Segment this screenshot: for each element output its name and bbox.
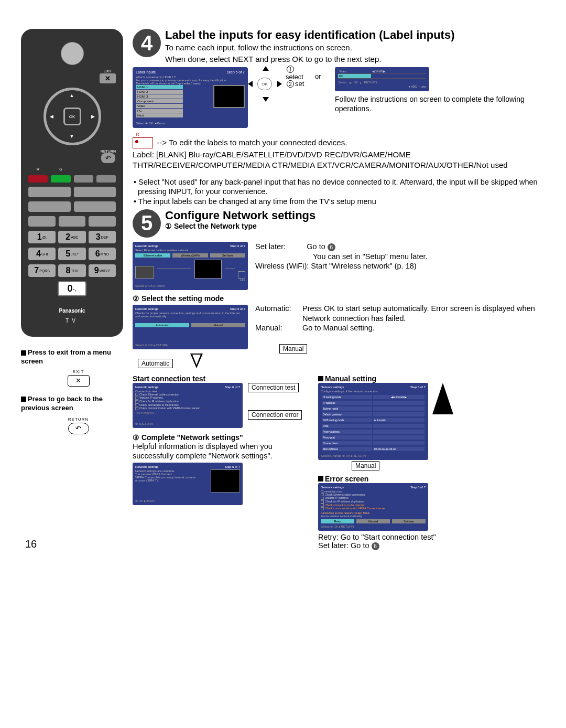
error-h: Error screen (325, 475, 368, 483)
return-btn-icon: ↶ (68, 423, 89, 434)
wifi-lbl: Wireless (WiFi): (255, 262, 309, 270)
edit-text: --> To edit the labels to match your con… (157, 138, 347, 147)
left-notes: Press to exit from a menu screen EXIT ✕ … (21, 348, 123, 434)
setting-mode-screen: Network settingsStep 6 of 7 Checks for p… (133, 305, 248, 349)
key-0: 0-, (58, 281, 86, 296)
sub3-desc: Helpful information is displayed when yo… (133, 442, 311, 461)
setlater-desc: You can set in "Setup" menu later. (313, 252, 545, 262)
error-screen: Network settingsStep 6 of 7 Connection t… (318, 483, 428, 531)
conn-error-tag: Connection error (248, 410, 302, 420)
down-arrow-icon: ▼ (70, 134, 74, 139)
power-button (61, 42, 84, 65)
return-btn-label: RETURN (34, 417, 123, 422)
li-row: Component (136, 99, 183, 103)
sub1: Select the Network type (174, 222, 257, 230)
video-pc-panel: Video◀GAME▶ PC Select ⊕ OK ▸RETURN ● ABC… (335, 67, 429, 91)
step5-badge: 5 (133, 209, 161, 238)
router-icon (135, 266, 154, 279)
li-row: Video (136, 104, 183, 108)
opt-later-err: Set later (392, 519, 426, 523)
bullet-2: • The input labels can be changed at any… (138, 197, 545, 206)
sub3: Complete "Network settings" (142, 433, 243, 442)
remote-return: RETURN ↶ (101, 149, 116, 163)
arrow-up-icon (432, 383, 453, 414)
auto-lbl: Automatic: (255, 304, 302, 324)
li-row: HDMI 3 (136, 94, 183, 99)
tv-preview-icon (213, 85, 245, 108)
auto-desc: Press OK to start setup automatically. E… (302, 304, 545, 324)
dpad-ok: OK (63, 108, 81, 125)
return-note: Press to go back to the previous screen (21, 395, 103, 412)
key-2: 2ABC (58, 231, 85, 243)
up-arrow-icon: ▲ (70, 93, 74, 98)
right-arrow-icon: ▶ (91, 114, 95, 119)
li-row: HDMI 1 (136, 85, 183, 89)
setlater-lbl: Set later: (255, 242, 286, 251)
r-label: R (28, 167, 48, 171)
blue-button (96, 175, 116, 183)
sub2: Select the setting mode (142, 294, 224, 303)
opt-wifi: Wireless(WiFi) (172, 253, 208, 258)
x-icon: ✕ (100, 73, 116, 83)
manual-lbl: Manual: (255, 323, 302, 333)
setlater-line: Set later: Go to (318, 541, 372, 550)
exit-label: EXIT (104, 69, 112, 73)
li-title: Label inputs (136, 70, 156, 74)
li-step: Step 5 of 7 (227, 70, 245, 74)
li-foot-select: Select (136, 122, 145, 125)
g-label: G (51, 167, 70, 171)
conn-test-screen: Network settingsStep 6 of 7 Connection t… (133, 383, 243, 428)
follow-text: Follow the instructions on screen to com… (335, 94, 545, 113)
li-desc: What is connected to HDMI 1 ? For your c… (136, 76, 245, 85)
opt-ethernet: Ethernet cable (135, 253, 170, 258)
label-inputs-screen: Label inputsStep 5 of 7 What is connecte… (133, 67, 248, 128)
label-list: Label: [BLANK] Blu-ray/CABLE/SATELLITE/D… (133, 149, 545, 170)
key-3: 3DEF (89, 231, 116, 243)
manual-desc: Go to Manual setting. (302, 323, 545, 333)
automatic-tag: Automatic (138, 359, 173, 368)
wifi-desc: Start "Wireless network" (p. 18) (311, 262, 416, 270)
yellow-button (74, 175, 93, 183)
return-label: RETURN (101, 149, 116, 153)
key-9: 9WXYZ (89, 264, 116, 277)
exit-btn-label: EXIT (34, 369, 123, 374)
brand-label: Panasonic (59, 308, 85, 314)
manual-h: Manual setting (325, 374, 376, 383)
conn-test-tag: Connection test (248, 383, 299, 392)
step-4-section: 4 Label the inputs for easy identificati… (133, 29, 545, 206)
video-pc-table: Video◀GAME▶ PC (338, 69, 426, 79)
bullet-1: • Select "Not used" for any back-panel i… (138, 177, 545, 196)
row1 (28, 187, 116, 197)
li-row: PC (136, 109, 183, 113)
sp-ok: OK (354, 81, 358, 84)
nav-diagram: OK 1select or 2set (257, 67, 310, 101)
key-1: 1@. (28, 231, 56, 243)
manual-tag-2: Manual (352, 461, 379, 470)
six-icon-2: 6 (372, 542, 379, 550)
start-conn-h: Start connection test (133, 374, 311, 383)
opt-manual: Manual (191, 323, 245, 327)
sp-select: Select (338, 81, 347, 84)
return-icon: ↶ (101, 153, 115, 163)
red-button (28, 175, 48, 183)
li-foot-return: Return (157, 122, 166, 125)
opt-manual-err: Manual (356, 519, 390, 523)
manual-tag: Manual (279, 344, 307, 354)
net-type-screen: Network settingsStep 6 of 7 Select Ether… (133, 242, 248, 290)
net-done-screen: Network settingsStep 6 of 7 Network sett… (133, 463, 243, 505)
lan-icon (238, 271, 245, 279)
tv-label: TV (66, 318, 79, 324)
row2 (28, 201, 116, 212)
laptop-icon (194, 260, 222, 279)
ok-icon: OK (257, 78, 272, 90)
li-foot-ok: OK (149, 122, 154, 125)
li-row: Next (136, 113, 183, 117)
sp-abc: ABC → abc (411, 85, 426, 88)
li-row: HDMI 2 (136, 90, 183, 94)
done-preview-icon (211, 469, 240, 493)
remote-exit: EXIT ✕ (100, 69, 116, 83)
opt-auto: Automatic (135, 323, 189, 327)
key-8: 8TUV (58, 264, 85, 277)
step-5-section: 5 Configure Network settings ① Select th… (133, 209, 545, 550)
opt-retry: Retry (321, 519, 354, 523)
